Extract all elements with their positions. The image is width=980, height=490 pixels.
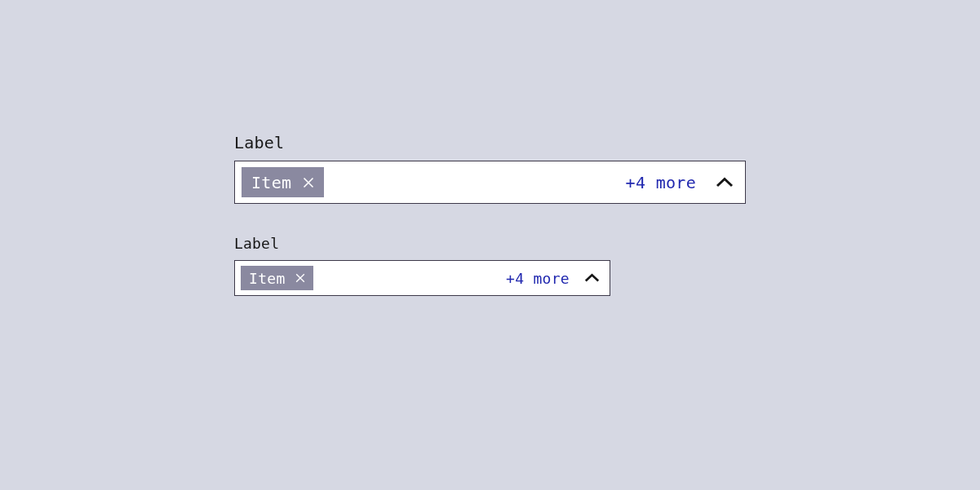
multiselect-controls: +4 more <box>626 173 734 192</box>
multiselect-field-large: Label Item +4 more <box>234 133 746 204</box>
close-icon[interactable] <box>303 177 314 188</box>
selected-tag: Item <box>241 266 313 290</box>
field-label: Label <box>234 133 746 152</box>
tag-container: Item <box>242 161 324 203</box>
close-icon[interactable] <box>295 273 305 283</box>
overflow-count[interactable]: +4 more <box>626 173 696 192</box>
field-label: Label <box>234 235 610 252</box>
tag-container: Item <box>241 261 313 295</box>
tag-label: Item <box>251 173 291 192</box>
multiselect-field-small: Label Item +4 more <box>234 235 610 296</box>
selected-tag: Item <box>242 167 324 197</box>
chevron-up-icon[interactable] <box>716 177 734 188</box>
multiselect-input[interactable]: Item +4 more <box>234 161 746 204</box>
tag-label: Item <box>249 270 286 287</box>
overflow-count[interactable]: +4 more <box>506 270 570 287</box>
multiselect-input[interactable]: Item +4 more <box>234 260 610 296</box>
multiselect-controls: +4 more <box>506 270 600 287</box>
chevron-up-icon[interactable] <box>584 273 600 283</box>
